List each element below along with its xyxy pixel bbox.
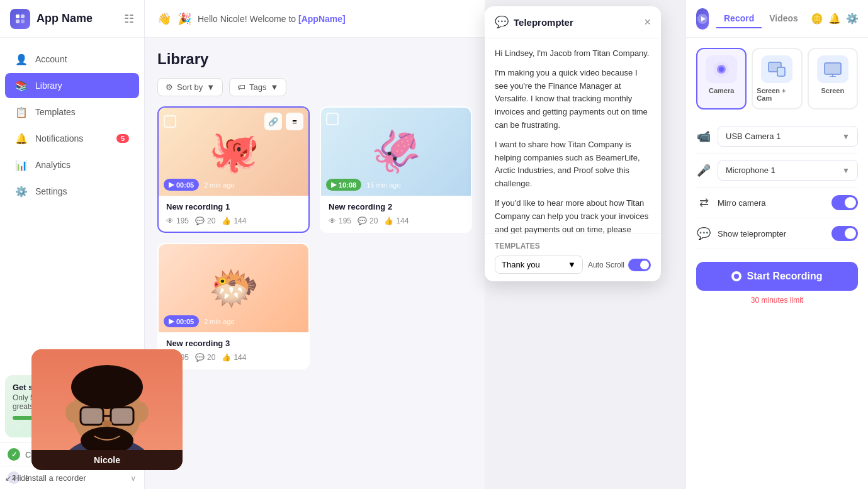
sort-by-button[interactable]: ⚙ Sort by ▼ <box>157 78 223 96</box>
video-stats-1: 👁 195 💬 20 👍 144 <box>166 216 301 225</box>
show-teleprompter-toggle[interactable] <box>831 226 858 241</box>
time-ago-3: 2 min ago <box>204 318 234 325</box>
cam-option-screen[interactable]: Screen <box>808 48 858 110</box>
tp-para-2: I'm making you a quick video because I s… <box>495 67 651 132</box>
step-1-num: ✓ <box>8 448 20 461</box>
svg-rect-0 <box>16 14 20 18</box>
teleprompter-footer: Templates Thank you ▼ Auto Scroll <box>485 233 661 281</box>
sidebar-item-settings-label: Settings <box>35 186 67 196</box>
teleprompter-header: 💬 Teleprompter × <box>485 6 661 38</box>
tag-icon: 🏷 <box>237 82 245 92</box>
tab-videos[interactable]: Videos <box>762 9 806 28</box>
app-name-label: App Name <box>37 12 93 25</box>
start-recording-label: Start Recording <box>747 271 822 282</box>
sidebar-header: App Name ☷ <box>0 0 144 38</box>
teleprompter-panel: 💬 Teleprompter × Hi Lindsey, I'm Jacob f… <box>485 6 661 281</box>
templates-icon: 📋 <box>15 106 28 118</box>
avatar-name-tag: Nicole <box>31 450 183 470</box>
sidebar-item-templates[interactable]: 📋 Templates <box>5 99 139 125</box>
template-dropdown-arrow: ▼ <box>568 260 576 269</box>
camera-select-value: USB Camera 1 <box>726 132 781 141</box>
step-2-chevron: ∨ <box>130 473 137 483</box>
svg-rect-2 <box>16 20 20 23</box>
microphone-select-dropdown[interactable]: Microphone 1 ▼ <box>718 160 858 181</box>
hide-icon: ↙ <box>5 474 11 483</box>
screen-option-label: Screen <box>821 87 844 94</box>
link-action-button-1[interactable]: 🔗 <box>264 113 282 130</box>
thumb-top-bar-1: 🔗 ≡ <box>164 113 303 130</box>
video-info-1: New recording 1 👁 195 💬 20 👍 144 <box>159 196 308 232</box>
likes-stat-3: 👍 144 <box>222 353 246 362</box>
mirror-camera-toggle[interactable] <box>831 195 858 210</box>
top-bar: 👋 🎉 Hello Nicole! Welcome to [AppName] <box>145 0 485 38</box>
svg-point-7 <box>65 402 81 422</box>
greeting-emoji-1: 👋 <box>157 12 171 26</box>
menu-action-button-1[interactable]: ≡ <box>286 113 303 130</box>
tags-button[interactable]: 🏷 Tags ▼ <box>229 78 286 96</box>
microphone-device-row: 🎤 Microphone 1 ▼ <box>696 154 858 188</box>
teleprompter-close-button[interactable]: × <box>644 16 651 29</box>
sidebar-item-account[interactable]: 👤 Account <box>5 47 139 72</box>
sidebar-item-library[interactable]: 📚 Library <box>5 73 139 98</box>
filter-bar: ⚙ Sort by ▼ 🏷 Tags ▼ <box>157 78 472 96</box>
video-stats-2: 👁 195 💬 20 👍 144 <box>329 216 463 225</box>
thumb-checkbox-2[interactable] <box>326 113 339 125</box>
teleprompter-toggle-icon: 💬 <box>696 227 711 240</box>
video-card-1[interactable]: 🐙 🔗 ≡ ▶ 00 <box>157 106 310 233</box>
template-row: Thank you ▼ Auto Scroll <box>495 256 651 274</box>
template-select-dropdown[interactable]: Thank you ▼ <box>495 256 583 274</box>
record-panel: Record Videos 🪙 🔔 ⚙️ Camera <box>685 0 868 489</box>
tab-record[interactable]: Record <box>716 9 762 28</box>
video-title-1: New recording 1 <box>166 202 301 211</box>
views-stat-2: 👁 195 <box>329 216 351 225</box>
sidebar-item-library-label: Library <box>35 81 62 91</box>
step-2-label: Install a recorder <box>25 473 86 483</box>
comments-stat-3: 💬 20 <box>195 353 215 362</box>
video-card-3[interactable]: 🐡 ▶ 00:05 2 min ago New recording 3 👁 19… <box>157 243 310 369</box>
video-thumb-1: 🐙 🔗 ≡ ▶ 00 <box>159 108 308 196</box>
camera-select-dropdown[interactable]: USB Camera 1 ▼ <box>718 126 858 147</box>
video-meta-2: ▶ 10:08 15 min ago <box>326 179 401 191</box>
hide-button[interactable]: ↙ Hide <box>5 474 30 483</box>
video-meta-1: ▶ 00:05 2 min ago <box>164 179 234 191</box>
gear-settings-icon[interactable]: ⚙️ <box>846 13 859 25</box>
video-card-2[interactable]: 🦑 ▶ 10:08 15 min ago <box>320 106 472 233</box>
thumb-top-bar-2 <box>326 113 466 125</box>
sidebar-item-account-label: Account <box>35 54 67 64</box>
sidebar-item-settings[interactable]: ⚙️ Settings <box>5 179 139 204</box>
video-title-2: New recording 2 <box>329 202 463 211</box>
notifications-icon: 🔔 <box>15 132 28 145</box>
autoscroll-toggle[interactable] <box>628 259 651 271</box>
camera-options: Camera Screen + Cam <box>696 48 858 110</box>
sidebar-item-notifications[interactable]: 🔔 Notifications 5 <box>5 126 139 151</box>
recording-limit-text: 30 minutes limit <box>696 296 858 305</box>
record-header: Record Videos 🪙 🔔 ⚙️ <box>686 0 868 38</box>
sidebar-collapse-button[interactable]: ☷ <box>124 12 134 26</box>
sidebar-nav: 👤 Account 📚 Library 📋 Templates 🔔 Notifi… <box>0 38 144 370</box>
video-duration-1: 00:05 <box>176 181 194 189</box>
settings-icon: ⚙️ <box>15 185 28 198</box>
video-thumb-3: 🐡 ▶ 00:05 2 min ago <box>159 244 308 332</box>
coin-icon: 🪙 <box>811 13 823 25</box>
bell-icon[interactable]: 🔔 <box>828 13 841 25</box>
record-logo <box>696 8 709 30</box>
microphone-select-arrow: ▼ <box>842 166 850 175</box>
mirror-camera-row: ⇄ Mirro camera <box>696 188 858 218</box>
video-title-3: New recording 3 <box>166 339 301 348</box>
cam-option-camera[interactable]: Camera <box>696 48 747 110</box>
header-icons: 🪙 🔔 ⚙️ <box>811 13 859 25</box>
analytics-icon: 📊 <box>15 159 28 171</box>
video-thumb-2: 🦑 ▶ 10:08 15 min ago <box>321 108 471 196</box>
sidebar-item-analytics[interactable]: 📊 Analytics <box>5 152 139 177</box>
start-recording-button[interactable]: Start Recording <box>696 262 858 291</box>
template-selected-label: Thank you <box>502 260 540 269</box>
time-ago-1: 2 min ago <box>204 181 234 189</box>
thumb-checkbox-1[interactable] <box>164 115 176 128</box>
svg-rect-10 <box>111 407 133 425</box>
microphone-select-value: Microphone 1 <box>726 166 775 175</box>
svg-point-6 <box>71 365 143 409</box>
cam-option-screen-cam[interactable]: Screen + Cam <box>752 48 802 110</box>
sort-by-label: Sort by <box>177 82 203 92</box>
sidebar-item-templates-label: Templates <box>35 107 76 117</box>
video-info-2: New recording 2 👁 195 💬 20 👍 144 <box>321 196 471 232</box>
